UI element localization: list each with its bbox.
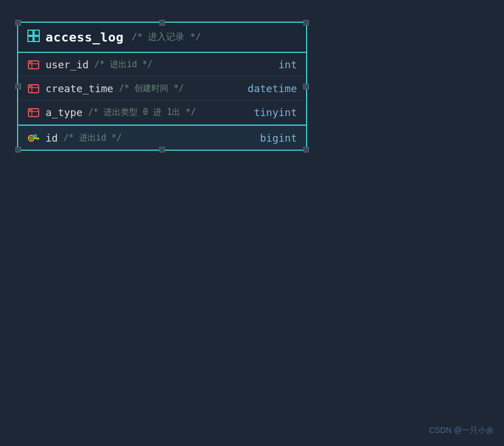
svg-point-7 xyxy=(30,61,31,63)
handle-bot-right[interactable] xyxy=(303,147,309,152)
svg-rect-3 xyxy=(34,36,39,42)
svg-point-15 xyxy=(30,109,31,111)
table-grid-icon xyxy=(27,30,40,45)
svg-rect-1 xyxy=(34,30,39,35)
field-icon-a-type xyxy=(27,107,40,118)
field-icon-id xyxy=(27,131,40,144)
field-comment-a-type: /* 进出类型 0 进 1出 */ xyxy=(88,107,248,118)
svg-point-22 xyxy=(35,135,36,137)
field-type-user-id: int xyxy=(278,59,297,71)
field-row-user-id: user_id /* 进出id */ int xyxy=(18,53,306,77)
field-comment-user-id: /* 进出id */ xyxy=(94,59,273,70)
field-icon-user-id xyxy=(27,59,40,71)
handle-top-mid[interactable] xyxy=(159,20,165,26)
field-name-user-id: user_id xyxy=(46,59,89,71)
handle-top-right[interactable] xyxy=(303,20,309,26)
handle-mid-right[interactable] xyxy=(303,84,309,89)
table-header-comment: /* 进入记录 */ xyxy=(131,31,201,43)
handle-mid-left[interactable] xyxy=(15,84,21,89)
field-comment-create-time: /* 创建时间 */ xyxy=(119,83,242,94)
field-name-create-time: create_time xyxy=(46,82,113,94)
field-type-a-type: tinyint xyxy=(254,106,297,118)
field-row-create-time: create_time /* 创建时间 */ datetime xyxy=(18,77,306,101)
field-comment-id: /* 进出id */ xyxy=(64,133,254,143)
table-header: access_log /* 进入记录 */ xyxy=(18,23,306,53)
table-name: access_log xyxy=(46,30,123,44)
svg-rect-2 xyxy=(28,36,33,42)
field-icon-create-time xyxy=(27,83,40,94)
field-name-id: id xyxy=(46,132,58,144)
svg-rect-0 xyxy=(28,30,33,35)
field-type-id: bigint xyxy=(260,132,297,144)
canvas: access_log /* 进入记录 */ user_id /* 进出id */… xyxy=(0,0,504,446)
handle-bot-mid[interactable] xyxy=(159,147,165,152)
handle-top-left[interactable] xyxy=(15,20,21,26)
table-card[interactable]: access_log /* 进入记录 */ user_id /* 进出id */… xyxy=(17,22,307,151)
field-type-create-time: datetime xyxy=(247,82,297,94)
svg-point-11 xyxy=(30,85,31,87)
handle-bot-left[interactable] xyxy=(15,147,21,152)
field-row-id: id /* 进出id */ bigint xyxy=(18,126,306,150)
watermark: CSDN @一只小余 xyxy=(429,426,494,436)
svg-point-20 xyxy=(30,137,32,139)
field-row-a-type: a_type /* 进出类型 0 进 1出 */ tinyint xyxy=(18,101,306,125)
field-name-a-type: a_type xyxy=(46,106,82,118)
